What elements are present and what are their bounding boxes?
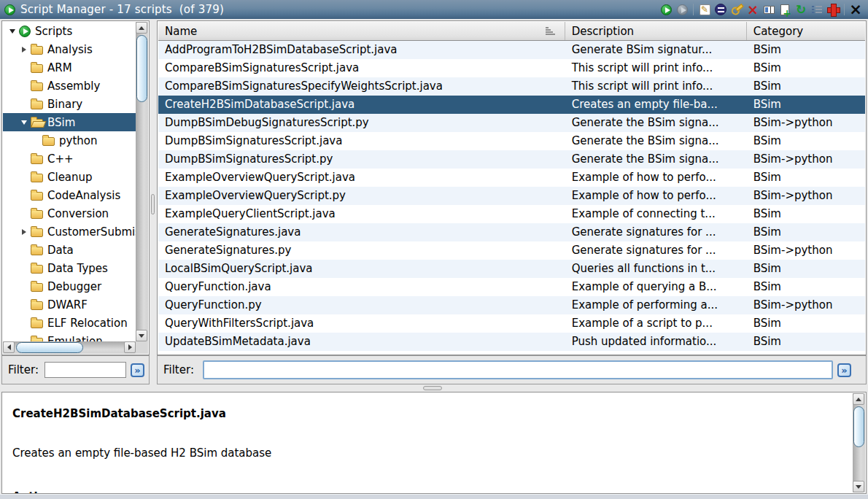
tree-item-label: Scripts: [35, 25, 72, 38]
cell-description: Example of querying a B...: [565, 278, 747, 296]
cell-description: Example of how to perfo...: [565, 169, 747, 187]
table-filter-input[interactable]: [203, 360, 833, 379]
tree-horizontal-scrollbar[interactable]: [3, 341, 136, 354]
detail-splitter[interactable]: [0, 384, 868, 392]
expand-arrow-icon[interactable]: [19, 229, 29, 235]
tree-item[interactable]: CustomerSubmission: [3, 223, 136, 241]
tree-filter-bar: Filter: »: [1, 355, 150, 384]
column-header-description[interactable]: Description: [565, 22, 747, 40]
red-cross-icon: [827, 4, 839, 15]
scrollbar-thumb[interactable]: [136, 35, 147, 102]
cell-category: BSim: [747, 314, 865, 333]
cell-description: This script will print info...: [565, 77, 747, 96]
cell-name: CreateH2BSimDatabaseScript.java: [158, 96, 565, 114]
table-row[interactable]: CompareBSimSignaturesScript.java This sc…: [158, 59, 865, 77]
edit-script-button[interactable]: ✎: [697, 1, 713, 18]
table-row[interactable]: ExampleQueryClientScript.java Example of…: [158, 205, 865, 223]
script-directories-button[interactable]: [809, 1, 825, 18]
expand-arrow-icon[interactable]: [7, 29, 18, 34]
tree-item[interactable]: Emulation: [3, 332, 136, 341]
scroll-down-button[interactable]: [136, 330, 147, 341]
new-script-button[interactable]: [777, 1, 793, 18]
run-last-script-button[interactable]: [674, 1, 690, 18]
table-row[interactable]: LocalBSimQueryScript.java Queries all fu…: [158, 260, 865, 278]
table-row[interactable]: DumpBSimSignaturesScript.java Generate t…: [158, 132, 865, 150]
cell-name: UpdateBSimMetadata.java: [158, 333, 565, 351]
tree-item[interactable]: Analysis: [3, 40, 136, 58]
table-row[interactable]: AddProgramToH2BSimDatabaseScript.java Ge…: [158, 41, 865, 59]
refresh-script-list-button[interactable]: ↻: [793, 1, 809, 18]
ghidra-api-help-button[interactable]: [825, 1, 841, 18]
tree-item[interactable]: Scripts: [3, 22, 136, 40]
scroll-left-button[interactable]: [3, 341, 15, 353]
table-row[interactable]: QueryFunction.java Example of querying a…: [158, 278, 865, 296]
tree-item[interactable]: Data Types: [3, 259, 136, 277]
tree-filter-input[interactable]: [44, 362, 126, 378]
table-row[interactable]: QueryFunction.py Example of performing a…: [158, 296, 865, 314]
table-row[interactable]: DumpBSimSignaturesScript.py Generate the…: [158, 150, 865, 169]
cell-name: CompareBSimSignaturesScript.java: [158, 59, 565, 77]
close-window-button[interactable]: ×: [848, 1, 864, 18]
table-row[interactable]: UpdateBSimMetadata.java Push updated inf…: [158, 333, 865, 351]
detail-script-description: Creates an empty file-based H2 BSim data…: [12, 446, 271, 460]
column-header-name[interactable]: Name: [158, 22, 565, 40]
tree-item[interactable]: CodeAnalysis: [3, 186, 136, 204]
scrollbar-thumb[interactable]: [16, 342, 83, 353]
table-row[interactable]: CompareBSimSignaturesSpecifyWeightsScrip…: [158, 77, 865, 96]
tree-item[interactable]: Debugger: [3, 277, 136, 295]
scroll-up-button[interactable]: [853, 393, 864, 405]
table-row[interactable]: GenerateSignatures.java Generate signatu…: [158, 223, 865, 241]
tree-vertical-scrollbar[interactable]: [136, 22, 148, 341]
tree-item[interactable]: C++: [3, 150, 136, 168]
detail-vertical-scrollbar[interactable]: [853, 393, 865, 492]
table-row[interactable]: ExampleOverviewQueryScript.java Example …: [158, 169, 865, 187]
table-row[interactable]: ExampleOverviewQueryScript.py Example of…: [158, 187, 865, 205]
rename-script-button[interactable]: [761, 1, 777, 18]
cell-category: BSim->python: [747, 150, 865, 169]
cell-name: AddProgramToH2BSimDatabaseScript.java: [158, 41, 565, 59]
tree-item[interactable]: Binary: [3, 95, 136, 113]
tree-filter-options-icon[interactable]: »: [131, 363, 144, 377]
tree-item-label: python: [59, 134, 97, 147]
cell-category: BSim: [747, 223, 865, 241]
script-tree: Scripts Analysis ARM Assembly Binary BSi…: [3, 22, 136, 341]
tree-item[interactable]: Conversion: [3, 204, 136, 223]
script-table-panel: Name Description Category AddProgramToH2…: [157, 20, 867, 355]
tree-item[interactable]: DWARF: [3, 295, 136, 314]
scroll-right-button[interactable]: [124, 341, 136, 353]
tree-item-label: Analysis: [47, 43, 93, 56]
table-row[interactable]: CreateH2BSimDatabaseScript.java Creates …: [158, 96, 865, 114]
detail-script-name: CreateH2BSimDatabaseScript.java: [12, 407, 226, 420]
folder-icon: [31, 155, 43, 164]
tree-item[interactable]: Assembly: [3, 77, 136, 95]
scrollbar-thumb[interactable]: [853, 406, 864, 447]
scroll-down-button[interactable]: [853, 481, 864, 492]
tree-item[interactable]: ELF Relocation: [3, 314, 136, 332]
new-script-icon: [780, 4, 789, 15]
cell-category: BSim: [747, 333, 865, 351]
edit-in-eclipse-button[interactable]: [713, 1, 729, 18]
expand-arrow-icon[interactable]: [19, 120, 29, 125]
delete-script-button[interactable]: ×: [745, 1, 761, 18]
expand-arrow-icon[interactable]: [19, 47, 29, 53]
assign-key-binding-button[interactable]: [729, 1, 745, 18]
scroll-up-button[interactable]: [136, 22, 147, 34]
script-table-body: AddProgramToH2BSimDatabaseScript.java Ge…: [158, 41, 865, 354]
table-filter-options-icon[interactable]: »: [837, 363, 851, 377]
cell-category: BSim: [747, 96, 865, 114]
column-header-category[interactable]: Category: [747, 22, 865, 40]
splitter-handle[interactable]: [423, 386, 442, 390]
splitter-handle[interactable]: [151, 194, 155, 214]
table-row[interactable]: DumpBSimDebugSignaturesScript.py Generat…: [158, 114, 865, 132]
tree-item-label: Emulation: [47, 335, 103, 342]
folder-icon: [31, 46, 43, 55]
tree-item[interactable]: Cleanup: [3, 168, 136, 186]
table-row[interactable]: QueryWithFiltersScript.java Example of a…: [158, 314, 865, 333]
tree-item[interactable]: ARM: [3, 58, 136, 77]
tree-item[interactable]: BSim: [3, 113, 136, 131]
tree-item[interactable]: Data: [3, 241, 136, 259]
tree-table-splitter[interactable]: [150, 20, 157, 384]
tree-item[interactable]: python: [3, 131, 136, 150]
run-script-button[interactable]: [658, 1, 674, 18]
table-row[interactable]: GenerateSignatures.py Generate signature…: [158, 241, 865, 260]
